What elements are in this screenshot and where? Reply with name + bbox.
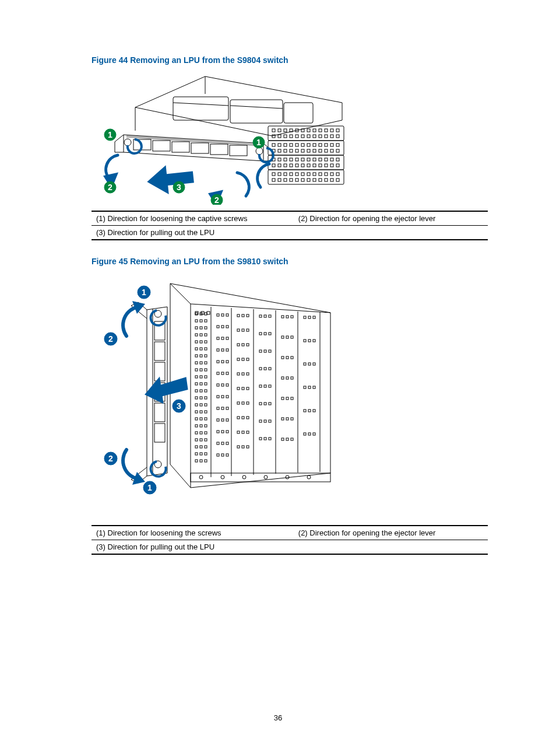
svg-rect-211: [217, 349, 219, 351]
svg-rect-189: [205, 432, 207, 434]
svg-rect-55: [290, 158, 293, 161]
svg-rect-17: [278, 135, 281, 138]
svg-rect-14: [330, 129, 333, 132]
svg-rect-41: [278, 149, 281, 152]
svg-rect-72: [319, 164, 322, 167]
svg-rect-79: [290, 173, 293, 176]
svg-rect-205: [217, 326, 219, 328]
svg-rect-199: [195, 460, 198, 462]
svg-rect-190: [195, 439, 198, 441]
svg-rect-255: [247, 373, 249, 375]
svg-rect-50: [330, 149, 333, 152]
svg-rect-77: [278, 173, 281, 176]
svg-rect-5: [278, 129, 281, 132]
page-content: Figure 44 Removing an LPU from the S9804…: [0, 0, 556, 555]
svg-rect-166: [195, 383, 198, 385]
callout-1-bottom: 1: [143, 481, 156, 494]
svg-rect-265: [237, 431, 240, 433]
legend-cell: (2) Direction for opening the ejector le…: [294, 211, 488, 226]
svg-rect-144: [205, 327, 207, 329]
svg-rect-108: [191, 143, 209, 153]
svg-rect-57: [301, 158, 304, 161]
svg-rect-347: [154, 424, 165, 442]
svg-rect-53: [278, 158, 281, 161]
figure-44-title: Figure 44 Removing an LPU from the S9804…: [92, 55, 488, 65]
svg-rect-43: [290, 149, 293, 152]
svg-rect-314: [286, 438, 288, 440]
svg-rect-49: [325, 149, 328, 152]
svg-rect-193: [195, 446, 198, 448]
svg-rect-34: [307, 144, 310, 146]
svg-rect-282: [269, 368, 271, 370]
svg-rect-302: [286, 356, 288, 359]
figure-45-image: 1 1 2 2 3: [92, 272, 488, 508]
svg-rect-186: [205, 425, 207, 427]
legend-cell: (1) Direction for loosening the screws: [92, 526, 294, 540]
svg-rect-194: [200, 446, 202, 448]
svg-rect-280: [259, 368, 262, 370]
legend-cell: (2) Direction for opening the ejector le…: [294, 526, 488, 540]
svg-rect-25: [325, 135, 328, 138]
svg-rect-292: [259, 438, 262, 440]
svg-rect-180: [205, 411, 207, 413]
svg-rect-157: [195, 362, 198, 364]
svg-rect-171: [205, 390, 207, 392]
svg-rect-68: [295, 164, 298, 167]
svg-rect-21: [301, 135, 304, 138]
svg-rect-29: [278, 144, 281, 146]
svg-rect-272: [264, 315, 266, 317]
svg-rect-331: [304, 433, 306, 435]
svg-point-114: [256, 148, 263, 155]
svg-rect-173: [200, 397, 202, 399]
svg-rect-181: [195, 418, 198, 420]
svg-rect-258: [247, 387, 249, 390]
svg-rect-215: [221, 360, 224, 363]
svg-rect-213: [226, 349, 228, 351]
svg-rect-179: [200, 411, 202, 413]
svg-line-112: [126, 137, 261, 146]
svg-rect-208: [217, 337, 219, 340]
svg-rect-230: [221, 419, 224, 421]
svg-rect-209: [221, 337, 224, 340]
svg-rect-102: [284, 103, 313, 123]
svg-rect-46: [307, 149, 310, 152]
svg-rect-160: [195, 369, 198, 371]
svg-rect-330: [313, 410, 315, 412]
svg-rect-101: [230, 100, 283, 123]
svg-rect-33: [301, 144, 304, 146]
svg-rect-99: [336, 178, 339, 181]
svg-rect-192: [205, 439, 207, 441]
svg-rect-170: [200, 390, 202, 392]
svg-line-111: [126, 136, 261, 145]
svg-rect-252: [247, 358, 249, 360]
svg-rect-195: [205, 446, 207, 448]
svg-rect-18: [284, 135, 287, 138]
svg-rect-207: [226, 326, 228, 328]
svg-rect-323: [308, 363, 311, 365]
legend-cell: [294, 226, 488, 240]
svg-rect-332: [308, 433, 311, 435]
svg-rect-92: [295, 178, 298, 181]
svg-rect-148: [195, 341, 198, 343]
svg-rect-235: [217, 442, 219, 444]
svg-rect-200: [200, 460, 202, 462]
legend-cell: (1) Direction for loosening the captive …: [92, 211, 294, 226]
svg-rect-51: [336, 149, 339, 152]
svg-rect-6: [284, 129, 287, 132]
svg-rect-196: [195, 453, 198, 455]
svg-rect-327: [313, 386, 315, 388]
svg-rect-329: [308, 410, 311, 412]
svg-rect-263: [242, 416, 244, 419]
callout-2-left: 2: [104, 181, 116, 193]
svg-rect-311: [286, 418, 288, 420]
svg-rect-10: [307, 129, 310, 132]
svg-rect-26: [330, 135, 333, 138]
svg-rect-301: [281, 356, 284, 359]
svg-rect-19: [290, 135, 293, 138]
svg-rect-140: [200, 320, 202, 322]
svg-rect-221: [221, 384, 224, 386]
callout-1-top: 1: [138, 286, 150, 299]
svg-rect-12: [319, 129, 322, 132]
svg-rect-257: [242, 387, 244, 390]
svg-rect-222: [226, 384, 228, 386]
